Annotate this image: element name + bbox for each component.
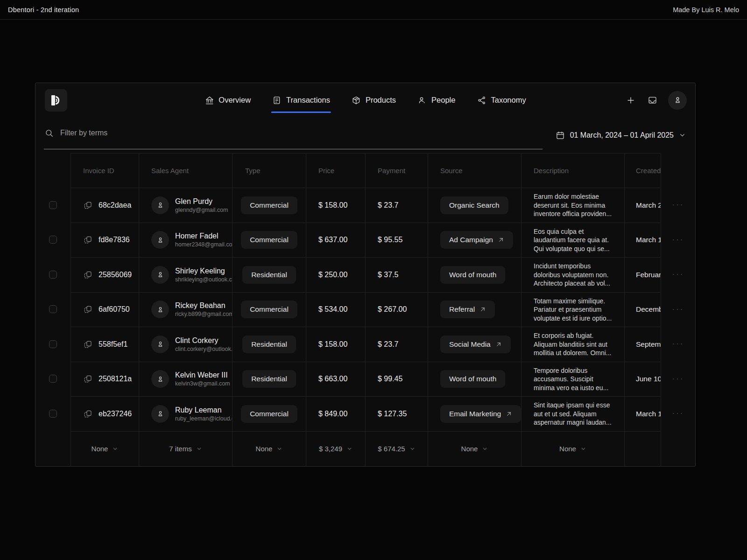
footer-agg-payment[interactable]: $ 674.25: [378, 445, 415, 453]
table-header-row: Invoice ID Sales Agent Type Price Paymen…: [35, 153, 695, 188]
copy-invoice-icon[interactable]: [83, 305, 92, 314]
source-badge[interactable]: Organic Search: [440, 196, 508, 214]
price-value: $ 250.00: [306, 257, 365, 292]
source-badge[interactable]: Ad Campaign: [440, 231, 513, 249]
price-value: $ 158.00: [306, 327, 365, 362]
row-menu-button[interactable]: ···: [672, 200, 684, 210]
date-range-label: 01 March, 2024 – 01 April 2025: [570, 131, 674, 140]
external-link-icon: [506, 411, 512, 417]
row-checkbox[interactable]: [49, 305, 57, 313]
created-date: February: [624, 257, 661, 292]
tab-label: Taxonomy: [491, 96, 526, 105]
tab-transactions[interactable]: Transactions: [271, 83, 331, 117]
copy-invoice-icon[interactable]: [83, 235, 92, 245]
tab-taxonomy[interactable]: Taxonomy: [476, 83, 527, 117]
footer-agg-type[interactable]: None: [256, 445, 283, 453]
app-logo[interactable]: [45, 89, 67, 112]
row-menu-button[interactable]: ···: [672, 374, 684, 384]
inbox-button[interactable]: [647, 94, 658, 106]
row-menu-button[interactable]: ···: [672, 235, 684, 245]
table-row: 25856069 Shirley Keeling shrikleying@out…: [35, 257, 695, 292]
row-menu-button[interactable]: ···: [672, 305, 684, 314]
app-panel: Overview Transactions Products: [35, 83, 696, 467]
created-date: March 1,: [624, 223, 661, 258]
source-label: Ad Campaign: [449, 236, 493, 244]
source-label: Word of mouth: [449, 271, 496, 279]
source-label: Social Media: [449, 340, 491, 349]
row-menu-button[interactable]: ···: [672, 270, 684, 279]
chevron-down-icon: [196, 446, 202, 452]
description-text: Sint itaque ipsam qui esse aut et ut sed…: [534, 401, 616, 427]
profile-button[interactable]: [668, 91, 687, 110]
chevron-down-icon: [580, 446, 586, 452]
description-text: Eos quia culpa et laudantium facere quia…: [534, 227, 616, 253]
payment-value: $ 37.5: [365, 257, 428, 292]
people-icon: [417, 96, 427, 105]
agent-email: shrikleying@outlook.com: [175, 276, 224, 283]
tab-products[interactable]: Products: [351, 83, 397, 117]
overview-icon: [204, 96, 214, 105]
search-input[interactable]: [60, 129, 543, 137]
type-badge: Residential: [242, 370, 296, 388]
external-link-icon: [479, 306, 486, 313]
copy-invoice-icon[interactable]: [83, 270, 92, 280]
row-checkbox[interactable]: [49, 410, 57, 418]
footer-agg-value: None: [256, 445, 273, 453]
tab-people[interactable]: People: [416, 83, 456, 117]
tab-label: Overview: [218, 96, 251, 105]
copy-invoice-icon[interactable]: [83, 340, 92, 349]
table-footer-row: None 7 items None $ 3,249: [35, 431, 695, 467]
source-badge[interactable]: Word of mouth: [440, 370, 505, 388]
payment-value: $ 127.35: [365, 396, 428, 431]
user-icon: [156, 271, 164, 279]
created-date: March 15: [624, 396, 661, 431]
description-text: Tempore doloribus accusamus. Suscipit mi…: [534, 366, 616, 392]
price-value: $ 637.00: [306, 223, 365, 258]
inbox-tray-icon: [648, 95, 657, 105]
row-menu-button[interactable]: ···: [672, 339, 684, 349]
agent-email: ruby_leeman@icloud.com: [175, 415, 224, 422]
transactions-icon: [272, 96, 282, 105]
copy-invoice-icon[interactable]: [83, 201, 92, 210]
created-date: Decemb: [624, 292, 661, 327]
agent-email: clint.corkery@outlook.com: [175, 346, 224, 352]
tab-overview[interactable]: Overview: [204, 83, 252, 117]
invoice-id: fd8e7836: [99, 236, 130, 244]
type-badge: Commercial: [241, 405, 297, 423]
footer-agg-description[interactable]: None: [559, 445, 586, 453]
agent-email: kelvin3w@gmail.com: [175, 380, 224, 387]
copy-invoice-icon[interactable]: [83, 374, 92, 384]
dbentori-logo-icon: [45, 89, 67, 112]
description-text: Et corporis ab fugiat. Aliquam blanditii…: [534, 331, 616, 357]
row-checkbox[interactable]: [49, 201, 57, 209]
footer-agg-invoice[interactable]: None: [92, 445, 119, 453]
table-body: 68c2daea Glen Purdy glenndy@gmail.com: [35, 188, 695, 431]
footer-agg-price[interactable]: $ 3,249: [319, 445, 352, 453]
filter-bar: 01 March, 2024 – 01 April 2025: [35, 117, 695, 153]
source-badge[interactable]: Social Media: [440, 336, 511, 353]
user-icon: [156, 201, 164, 209]
row-menu-button[interactable]: ···: [672, 409, 684, 418]
source-label: Organic Search: [449, 201, 500, 210]
date-range-picker[interactable]: 01 March, 2024 – 01 April 2025: [556, 131, 687, 140]
add-button[interactable]: [625, 94, 637, 106]
row-checkbox[interactable]: [49, 340, 57, 348]
tab-label: Products: [366, 96, 396, 105]
chevron-down-icon: [346, 446, 352, 452]
col-header-price: Price: [306, 153, 365, 188]
source-badge[interactable]: Referral: [440, 301, 495, 318]
copy-invoice-icon[interactable]: [83, 409, 92, 419]
user-icon: [156, 375, 164, 383]
source-badge[interactable]: Word of mouth: [440, 266, 505, 284]
row-checkbox[interactable]: [49, 271, 57, 279]
footer-agg-agent[interactable]: 7 items: [169, 445, 202, 453]
main-nav: Overview Transactions Products: [204, 83, 527, 117]
payment-value: $ 99.45: [365, 362, 428, 397]
source-label: Email Marketing: [449, 410, 501, 418]
agent-name: Ruby Leeman: [175, 406, 224, 414]
footer-agg-source[interactable]: None: [461, 445, 488, 453]
row-checkbox[interactable]: [49, 375, 57, 383]
source-badge[interactable]: Email Marketing: [440, 405, 521, 423]
header-actions: [625, 91, 687, 110]
row-checkbox[interactable]: [49, 236, 57, 244]
